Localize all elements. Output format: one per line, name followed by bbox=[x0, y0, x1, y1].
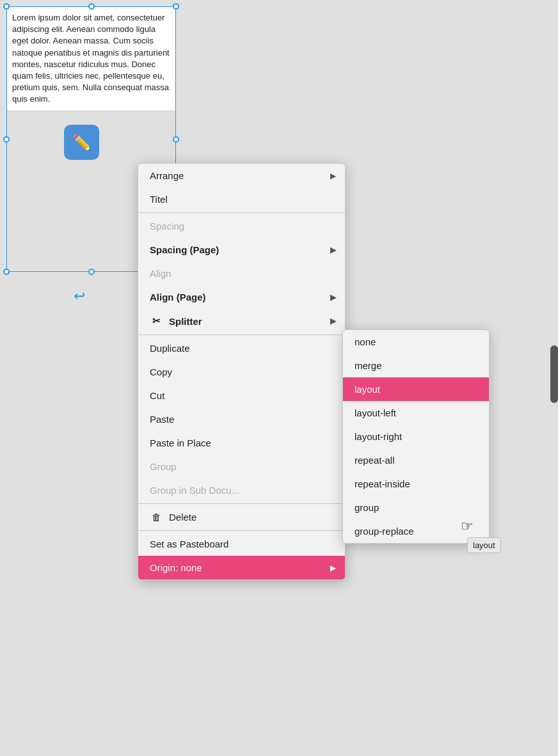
undo-icon[interactable]: ↩ bbox=[74, 288, 85, 304]
submenu-item-merge[interactable]: merge bbox=[343, 354, 489, 377]
trash-icon: 🗑 bbox=[150, 512, 163, 523]
menu-item-titel[interactable]: Titel bbox=[138, 187, 345, 211]
menu-item-splitter[interactable]: ✂ Splitter ▶ bbox=[138, 309, 345, 333]
arrow-icon: ▶ bbox=[330, 246, 336, 255]
handle-bottom-left[interactable] bbox=[3, 269, 10, 275]
menu-item-paste-in-place[interactable]: Paste in Place bbox=[138, 431, 345, 455]
text-content: Lorem ipsum dolor sit amet, consectetuer… bbox=[12, 13, 170, 104]
menu-item-align-label: Align bbox=[138, 262, 345, 285]
canvas: Lorem ipsum dolor sit amet, consectetuer… bbox=[0, 0, 558, 756]
arrow-icon: ▶ bbox=[330, 171, 336, 180]
arrow-icon: ▶ bbox=[330, 293, 336, 302]
menu-item-group-sub: Group in Sub Docu... bbox=[138, 478, 345, 502]
menu-item-spacing-page[interactable]: Spacing (Page) ▶ bbox=[138, 238, 345, 262]
scrollbar[interactable] bbox=[550, 345, 558, 403]
submenu-item-group[interactable]: group bbox=[343, 496, 489, 519]
context-menu: Arrange ▶ Titel Spacing Spacing (Page) ▶… bbox=[138, 163, 346, 580]
divider-2 bbox=[138, 335, 345, 335]
menu-item-spacing-label: Spacing bbox=[138, 214, 345, 238]
edit-icon[interactable] bbox=[64, 125, 99, 160]
handle-bottom-center[interactable] bbox=[88, 269, 95, 275]
divider-3 bbox=[138, 503, 345, 504]
submenu-item-none[interactable]: none bbox=[343, 330, 489, 354]
menu-item-cut[interactable]: Cut bbox=[138, 384, 345, 407]
submenu-item-layout-right[interactable]: layout-right bbox=[343, 425, 489, 448]
divider-1 bbox=[138, 212, 345, 213]
text-block: Lorem ipsum dolor sit amet, consectetuer… bbox=[6, 6, 176, 111]
menu-item-duplicate[interactable]: Duplicate bbox=[138, 336, 345, 360]
splitter-submenu: none merge layout layout-left layout-rig… bbox=[342, 329, 490, 544]
handle-mid-left[interactable] bbox=[3, 136, 10, 143]
menu-item-copy[interactable]: Copy bbox=[138, 360, 345, 384]
arrow-icon: ▶ bbox=[330, 563, 336, 572]
menu-item-align-page[interactable]: Align (Page) ▶ bbox=[138, 285, 345, 309]
handle-mid-right[interactable] bbox=[173, 136, 179, 143]
menu-item-delete[interactable]: 🗑 Delete bbox=[138, 505, 345, 529]
submenu-item-layout[interactable]: layout bbox=[343, 377, 489, 401]
menu-item-arrange[interactable]: Arrange ▶ bbox=[138, 164, 345, 187]
tooltip-layout: layout bbox=[467, 537, 501, 553]
submenu-item-layout-left[interactable]: layout-left bbox=[343, 401, 489, 425]
menu-item-group: Group bbox=[138, 455, 345, 478]
menu-item-paste[interactable]: Paste bbox=[138, 407, 345, 431]
submenu-item-repeat-all[interactable]: repeat-all bbox=[343, 448, 489, 472]
menu-item-origin-none[interactable]: Origin: none ▶ bbox=[138, 556, 345, 579]
menu-item-set-pasteboard[interactable]: Set as Pasteboard bbox=[138, 532, 345, 556]
scissors-icon: ✂ bbox=[150, 315, 163, 327]
arrow-icon: ▶ bbox=[330, 317, 336, 326]
submenu-item-repeat-inside[interactable]: repeat-inside bbox=[343, 472, 489, 496]
divider-4 bbox=[138, 530, 345, 531]
